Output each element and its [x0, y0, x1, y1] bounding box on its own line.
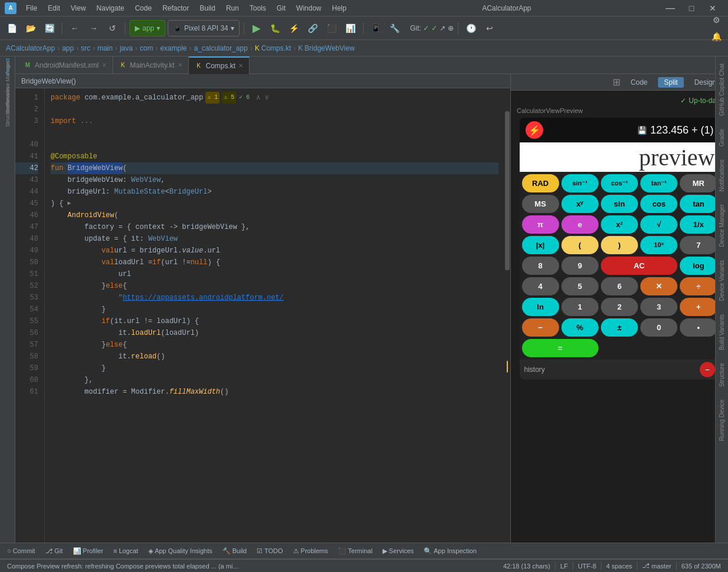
calc-btn-sub[interactable]: − [522, 318, 559, 337]
breadcrumb-package[interactable]: a_calculator_app [194, 44, 247, 52]
git-arrow[interactable]: ↗ [440, 24, 446, 32]
breadcrumb-app[interactable]: app [62, 44, 74, 52]
calc-btn-cos[interactable]: cos [640, 195, 677, 213]
status-memory[interactable]: 635 of 2300M [678, 560, 724, 573]
status-git-branch[interactable]: ⎇ master [639, 560, 675, 573]
notifications-button[interactable]: 🔔 [708, 28, 724, 45]
menu-navigate[interactable]: Navigate [92, 3, 129, 14]
calc-btn-lparen[interactable]: ( [561, 236, 599, 254]
sidebar-structure[interactable]: Structure [717, 360, 726, 391]
fold-icon[interactable]: ∧ ∨ [256, 92, 269, 104]
menu-tools[interactable]: Tools [245, 3, 271, 14]
status-indent[interactable]: 4 spaces [603, 560, 636, 573]
menu-edit[interactable]: Edit [43, 3, 65, 14]
breadcrumb-example[interactable]: example [160, 44, 187, 52]
attach-button[interactable]: 🔗 [305, 20, 321, 36]
calc-btn-mr[interactable]: MR [680, 174, 717, 192]
calc-btn-9[interactable]: 9 [561, 257, 599, 275]
calc-history-label[interactable]: history [524, 365, 545, 374]
device-selector[interactable]: 📱 Pixel 8 API 34 ▾ [168, 20, 240, 36]
tool-profiler[interactable]: 📊 Profiler [68, 543, 108, 559]
tab-close-main-activity[interactable]: ✕ [178, 62, 182, 68]
menu-run[interactable]: Run [221, 3, 244, 14]
calc-btn-e[interactable]: e [561, 215, 599, 234]
tool-build[interactable]: 🔨 Build [218, 543, 251, 559]
profile-button[interactable]: 📊 [343, 20, 359, 36]
sidebar-running-device[interactable]: Running Device [717, 396, 726, 445]
calc-btn-5[interactable]: 5 [561, 277, 599, 295]
settings-button[interactable]: ⚙ [708, 12, 724, 28]
status-line-ending[interactable]: LF [557, 560, 571, 573]
calc-btn-8[interactable]: 8 [522, 257, 559, 275]
menu-refactor[interactable]: Refactor [158, 3, 194, 14]
calc-btn-x2[interactable]: x² [601, 215, 638, 234]
sidebar-device-manager[interactable]: Device Manager [717, 201, 726, 251]
calc-btn-ln[interactable]: ln [522, 298, 559, 316]
git-check1[interactable]: ✓ [423, 24, 429, 32]
menu-view[interactable]: View [66, 3, 91, 14]
vertical-scrollbar[interactable] [504, 88, 510, 543]
breadcrumb-comps[interactable]: K Comps.kt [255, 44, 291, 52]
forward-button[interactable]: → [85, 20, 102, 36]
calc-btn-7[interactable]: 7 [680, 236, 717, 254]
calc-btn-pct[interactable]: % [561, 318, 599, 337]
sidebar-notifications[interactable]: Notifications [717, 156, 726, 195]
git-merge[interactable]: ⊕ [448, 24, 454, 32]
calc-btn-pi[interactable]: π [522, 215, 559, 234]
tool-commit[interactable]: ○ Commit [2, 543, 40, 559]
code-content[interactable]: package com.example.a_calculator_app ⚠ 1… [45, 88, 504, 543]
calc-btn-6[interactable]: 6 [601, 277, 638, 295]
menu-build[interactable]: Build [195, 3, 220, 14]
calc-history-close[interactable]: − [700, 362, 715, 377]
breadcrumb-com[interactable]: com [139, 44, 153, 52]
maximize-button[interactable]: □ [683, 0, 700, 16]
calc-btn-taninv[interactable]: tan⁻¹ [640, 174, 677, 192]
sdk-button[interactable]: 🔧 [387, 20, 403, 36]
calc-btn-rad[interactable]: RAD [522, 174, 559, 192]
refresh-button[interactable]: ↺ [104, 20, 121, 36]
calc-btn-plusminus[interactable]: ± [601, 318, 638, 337]
calc-btn-sinv[interactable]: sin⁻¹ [561, 174, 599, 192]
breadcrumb-src[interactable]: src [81, 44, 90, 52]
status-position[interactable]: 42:18 (13 chars) [500, 560, 554, 573]
tool-app-quality[interactable]: ◈ App Quality Insights [144, 543, 217, 559]
calc-btn-4[interactable]: 4 [522, 277, 559, 295]
sidebar-build-variants[interactable]: Build Variants [717, 311, 726, 354]
back-button[interactable]: ← [67, 20, 83, 36]
calc-btn-0[interactable]: 0 [640, 318, 677, 337]
run-button[interactable]: ▶ [248, 20, 265, 36]
menu-git[interactable]: Git [272, 3, 290, 14]
breadcrumb-function[interactable]: K BridgeWebView [298, 44, 355, 52]
scroll-thumb[interactable] [505, 111, 510, 270]
minimize-button[interactable]: — [662, 0, 679, 16]
code-area[interactable]: 1 2 3 40 41 42 43 44 45 46 47 48 49 50 5… [15, 88, 510, 543]
calc-btn-3[interactable]: 3 [640, 298, 677, 316]
calc-btn-xy[interactable]: xʸ [561, 195, 599, 213]
tool-git[interactable]: ⎇ Git [41, 543, 68, 559]
menu-code[interactable]: Code [130, 3, 157, 14]
calc-btn-2[interactable]: 2 [601, 298, 638, 316]
calc-btn-ac[interactable]: AC [601, 257, 677, 275]
calc-btn-sqrt[interactable]: √ [640, 215, 677, 234]
open-button[interactable]: 📂 [22, 20, 39, 36]
breadcrumb-java[interactable]: java [119, 44, 132, 52]
tool-todo[interactable]: ☑ TODO [252, 543, 288, 559]
stop-button[interactable]: ⬛ [324, 20, 340, 36]
debug-button[interactable]: 🐛 [267, 20, 284, 36]
history-button[interactable]: 🕐 [463, 20, 479, 36]
sync-button[interactable]: 🔄 [41, 20, 58, 36]
split-view-button[interactable]: Split [658, 77, 683, 88]
calc-btn-dot[interactable]: • [680, 318, 717, 337]
calc-btn-div[interactable]: ÷ [680, 277, 717, 295]
sidebar-structure-icon[interactable]: Structure [1, 109, 14, 122]
code-view-button[interactable]: Code [625, 77, 654, 88]
calc-btn-mul[interactable]: ✕ [640, 277, 677, 295]
tool-terminal[interactable]: ⬛ Terminal [333, 543, 377, 559]
coverage-button[interactable]: ⚡ [286, 20, 302, 36]
tab-close-manifest[interactable]: ✕ [102, 62, 107, 68]
calc-btn-inv[interactable]: 1/x [680, 215, 717, 234]
calc-btn-1[interactable]: 1 [561, 298, 599, 316]
tool-app-inspection[interactable]: 🔍 App Inspection [419, 543, 481, 559]
tab-comps[interactable]: K Comps.kt ✕ [189, 56, 250, 74]
tool-logcat[interactable]: ≡ Logcat [108, 543, 142, 559]
